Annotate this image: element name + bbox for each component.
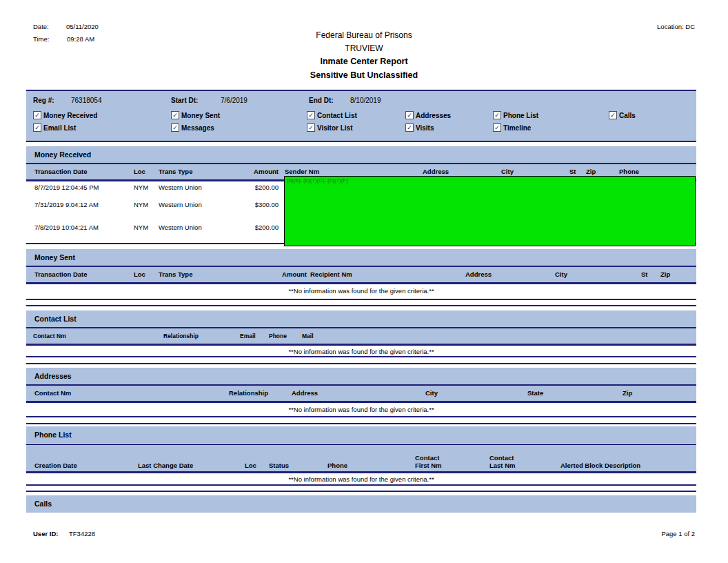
col-header: Trans Type	[159, 267, 192, 282]
checkbox-calls[interactable]: ✓ Calls	[609, 111, 636, 119]
col-header: Last Change Date	[138, 462, 193, 469]
checkmark-icon: ✓	[493, 111, 501, 119]
section-title-money-received: Money Received	[26, 146, 696, 163]
no-information-message: **No information was found for the given…	[26, 475, 696, 483]
checkmark-icon: ✓	[307, 111, 315, 119]
col-header: Contact Nm	[33, 328, 66, 344]
table-cell-amount: $300.00	[226, 201, 279, 208]
checkbox-visitor-list[interactable]: ✓ Visitor List	[307, 124, 353, 132]
col-header: City	[555, 267, 567, 282]
checkmark-icon: ✓	[493, 124, 501, 132]
report-name-title: Inmate Center Report	[0, 57, 728, 66]
page-number: Page 1 of 2	[661, 530, 695, 537]
checkbox-money-sent-label: Money Sent	[181, 112, 220, 119]
section-divider	[26, 305, 696, 306]
col-header: Transaction Date	[34, 164, 88, 179]
user-id-label: User ID:	[33, 530, 58, 537]
section-title-calls: Calls	[26, 495, 696, 513]
col-header: Loc	[245, 462, 256, 469]
no-information-message: **No information was found for the given…	[26, 287, 696, 295]
col-header: Alerted Block Description	[560, 462, 640, 469]
section-divider	[26, 423, 696, 424]
col-header: Amount	[254, 267, 307, 282]
checkbox-email-list-label: Email List	[43, 124, 76, 132]
col-header: Contact Nm	[34, 386, 71, 401]
col-header: Trans Type	[159, 164, 192, 179]
end-date-label: End Dt:	[309, 97, 334, 104]
col-header: Loc	[134, 164, 145, 179]
col-header-line: First Nm	[415, 462, 442, 469]
checkbox-contact-list-label: Contact List	[317, 112, 357, 119]
col-header-line: Last Nm	[489, 462, 515, 469]
redaction-block: (b)(6); (b)(7)(C); (b)(7)(F)	[284, 176, 696, 246]
checkmark-icon: ✓	[171, 124, 179, 132]
checkmark-icon: ✓	[33, 124, 41, 132]
money-sent-header-row: Transaction Date Loc Trans Type Amount R…	[26, 266, 696, 284]
col-header: Zip	[623, 386, 632, 401]
contact-list-header-row: Contact Nm Relationship Email Phone Mail	[26, 327, 696, 346]
section-divider	[26, 416, 696, 417]
no-information-message: **No information was found for the given…	[26, 348, 696, 355]
section-title-addresses: Addresses	[26, 368, 696, 384]
section-divider	[26, 491, 696, 492]
start-date-label: Start Dt:	[171, 97, 198, 104]
section-title-money-sent: Money Sent	[26, 249, 696, 266]
checkmark-icon: ✓	[33, 111, 41, 119]
reg-number-label: Reg #:	[33, 97, 54, 104]
checkbox-visits[interactable]: ✓ Visits	[405, 124, 434, 132]
table-cell-trans-type: Western Union	[159, 184, 202, 191]
phone-list-header-row: Creation Date Last Change Date Loc Statu…	[26, 444, 696, 473]
table-cell-trans-type: Western Union	[159, 201, 202, 208]
checkbox-contact-list[interactable]: ✓ Contact List	[307, 111, 357, 119]
report-classification: Sensitive But Unclassified	[0, 70, 728, 80]
col-header: Creation Date	[34, 462, 77, 469]
checkbox-messages-label: Messages	[181, 124, 214, 132]
section-divider	[26, 363, 696, 364]
col-header: Recipient Nm	[310, 267, 352, 282]
col-header: Email	[240, 328, 256, 344]
section-divider	[26, 356, 696, 357]
col-header: Transaction Date	[34, 267, 88, 282]
location-label: Location: DC	[657, 23, 695, 30]
col-header: Amount	[226, 164, 279, 179]
col-header: Mail	[302, 328, 314, 344]
col-header: Status	[269, 462, 289, 469]
checkbox-addresses[interactable]: ✓ Addresses	[405, 111, 451, 119]
col-header-line: Contact	[415, 454, 442, 462]
checkmark-icon: ✓	[609, 111, 617, 119]
table-cell-transaction-date: 8/7/2019 12:04:45 PM	[34, 184, 99, 191]
table-cell-transaction-date: 7/31/2019 9:04:12 AM	[34, 201, 99, 208]
date-label: Date:	[33, 23, 49, 30]
checkbox-money-received-label: Money Received	[43, 112, 97, 119]
no-information-message: **No information was found for the given…	[26, 406, 696, 413]
reg-number-value: 76318054	[71, 97, 102, 104]
checkbox-email-list[interactable]: ✓ Email List	[33, 124, 76, 132]
col-header: St	[641, 267, 648, 282]
checkbox-phone-list[interactable]: ✓ Phone List	[493, 111, 538, 119]
checkbox-timeline[interactable]: ✓ Timeline	[493, 124, 531, 132]
checkbox-messages[interactable]: ✓ Messages	[171, 124, 214, 132]
col-header: Phone	[327, 462, 347, 469]
checkbox-visits-label: Visits	[416, 124, 434, 132]
checkbox-visitor-list-label: Visitor List	[317, 124, 353, 132]
checkbox-calls-label: Calls	[619, 112, 636, 119]
checkmark-icon: ✓	[171, 111, 179, 119]
col-header: City	[425, 386, 438, 401]
table-cell-loc: NYM	[134, 224, 148, 231]
checkmark-icon: ✓	[307, 124, 315, 132]
table-cell-transaction-date: 7/8/2019 10:04:21 AM	[34, 224, 99, 231]
col-header: Address	[292, 386, 318, 401]
table-cell-loc: NYM	[134, 184, 148, 191]
col-header: State	[527, 386, 543, 401]
section-title-phone-list: Phone List	[26, 426, 696, 443]
checkbox-timeline-label: Timeline	[503, 124, 531, 132]
checkbox-money-received[interactable]: ✓ Money Received	[33, 111, 97, 119]
section-divider	[26, 299, 696, 300]
col-header: Relationship	[163, 328, 199, 344]
table-cell-loc: NYM	[134, 201, 148, 208]
addresses-header-row: Contact Nm Relationship Address City Sta…	[26, 384, 696, 403]
col-header: Zip	[660, 267, 670, 282]
checkbox-money-sent[interactable]: ✓ Money Sent	[171, 111, 220, 119]
start-date-value: 7/6/2019	[221, 97, 247, 104]
section-divider	[26, 484, 696, 486]
